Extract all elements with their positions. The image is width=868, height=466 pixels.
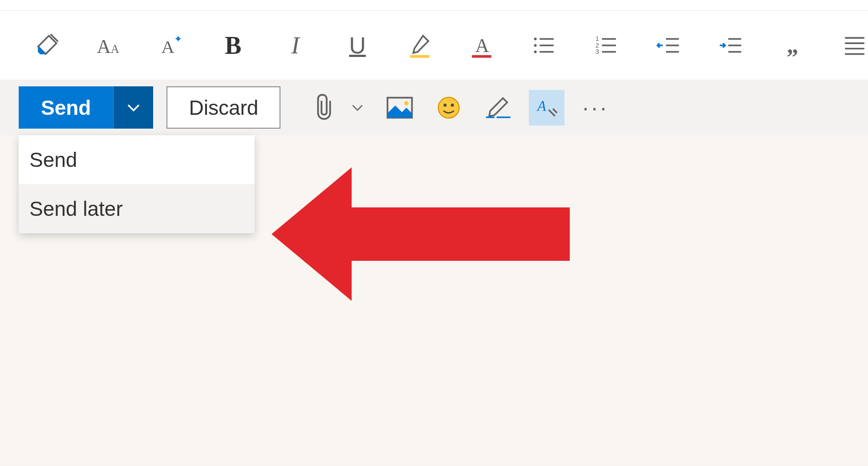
italic-button[interactable]: I xyxy=(282,30,309,61)
svg-text:A: A xyxy=(111,42,119,55)
action-toolbar: Send Discard xyxy=(0,80,868,135)
alignment-button[interactable] xyxy=(841,30,868,61)
formatting-toolbar: A A A ✦ B I U A xyxy=(0,11,868,80)
attach-group xyxy=(307,90,369,126)
attach-button[interactable] xyxy=(307,90,343,126)
increase-indent-icon xyxy=(718,32,743,58)
decrease-indent-button[interactable] xyxy=(655,30,681,61)
chevron-down-icon xyxy=(126,100,142,116)
send-menu-item-send[interactable]: Send xyxy=(19,135,255,184)
numbering-icon: 1 2 3 xyxy=(593,32,619,58)
discard-button[interactable]: Discard xyxy=(166,86,280,129)
svg-point-10 xyxy=(534,44,537,46)
send-dropdown-button[interactable] xyxy=(113,86,153,129)
svg-point-33 xyxy=(444,103,447,106)
font-size-button[interactable]: A A xyxy=(96,30,122,61)
svg-text:✦: ✦ xyxy=(174,33,182,44)
show-formatting-button[interactable]: A xyxy=(529,90,564,126)
quote-button[interactable]: „ xyxy=(779,30,806,61)
more-options-button[interactable]: ··· xyxy=(578,90,613,126)
bold-icon: B xyxy=(225,31,241,60)
svg-point-8 xyxy=(534,37,537,40)
svg-rect-7 xyxy=(472,55,492,57)
more-icon: ··· xyxy=(583,95,609,121)
decrease-indent-icon xyxy=(655,32,681,58)
send-split-button: Send xyxy=(19,86,153,129)
italic-icon: I xyxy=(291,32,299,59)
emoji-button[interactable] xyxy=(431,90,466,126)
emoji-icon xyxy=(436,95,461,120)
svg-marker-36 xyxy=(272,167,570,301)
underline-button[interactable]: U xyxy=(344,30,371,61)
font-color-icon: A xyxy=(469,32,495,58)
svg-point-32 xyxy=(438,97,459,118)
increase-indent-button[interactable] xyxy=(717,30,744,61)
picture-icon xyxy=(386,97,413,119)
format-painter-button[interactable] xyxy=(33,30,60,61)
numbering-button[interactable]: 1 2 3 xyxy=(593,30,620,61)
clear-formatting-button[interactable]: A ✦ xyxy=(158,30,184,61)
attach-dropdown-button[interactable] xyxy=(346,90,369,126)
top-border-area xyxy=(0,0,868,11)
send-button[interactable]: Send xyxy=(19,86,113,129)
format-painter-icon xyxy=(34,32,60,58)
alignment-icon xyxy=(842,32,868,58)
paperclip-icon xyxy=(313,94,337,122)
quote-icon: „ xyxy=(787,32,799,58)
annotation-arrow-icon xyxy=(272,163,574,305)
bullets-icon xyxy=(531,32,557,58)
svg-text:A: A xyxy=(536,98,547,114)
svg-text:3: 3 xyxy=(595,48,599,55)
insert-picture-button[interactable] xyxy=(382,90,418,126)
highlight-icon xyxy=(407,32,433,58)
highlight-button[interactable] xyxy=(406,30,433,61)
send-menu-item-send-later[interactable]: Send later xyxy=(19,184,255,233)
signature-button[interactable] xyxy=(480,90,515,126)
svg-text:A: A xyxy=(475,34,490,56)
bullets-button[interactable] xyxy=(531,30,557,61)
signature-icon xyxy=(484,95,511,120)
svg-point-34 xyxy=(451,103,454,106)
svg-point-31 xyxy=(404,101,409,105)
underline-icon: U xyxy=(349,32,366,59)
compose-content-area: Send Send later xyxy=(0,135,868,465)
svg-rect-5 xyxy=(410,55,430,57)
clear-formatting-icon: A ✦ xyxy=(158,32,184,58)
svg-point-12 xyxy=(534,50,537,53)
svg-text:A: A xyxy=(97,35,111,57)
font-size-icon: A A xyxy=(96,32,122,58)
font-color-button[interactable]: A xyxy=(468,30,495,61)
svg-text:A: A xyxy=(161,36,174,57)
bold-button[interactable]: B xyxy=(220,30,247,61)
chevron-down-icon xyxy=(350,101,365,115)
send-dropdown-menu: Send Send later xyxy=(19,135,255,233)
formatting-options-icon: A xyxy=(534,95,559,120)
